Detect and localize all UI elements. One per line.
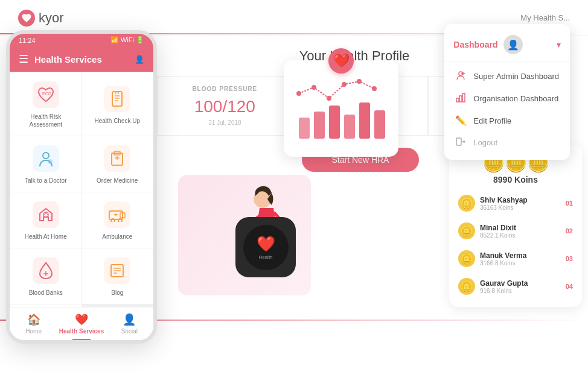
svg-point-7 — [43, 153, 49, 159]
koins-panel: 🪙🪙🪙 8990 Koins 🪙 Shiv Kashyap 36163 Koin… — [449, 145, 582, 307]
blog-label: Blog — [111, 289, 123, 297]
edit-profile-label: Edit Profile — [473, 116, 511, 125]
svg-rect-1 — [112, 92, 122, 106]
grid-item-ambulance[interactable]: Ambulance — [82, 192, 153, 248]
koins-name-1: Shiv Kashyap 36163 Koins — [480, 196, 561, 211]
svg-rect-43 — [359, 102, 370, 139]
koins-avatar-2: 🪙 — [458, 222, 475, 239]
social-nav-label: Social — [121, 328, 138, 335]
dropdown-item-org-dashboard[interactable]: Organisation Dashboard — [444, 87, 570, 110]
koins-rank-2: 02 — [566, 227, 573, 235]
koins-avatar-3: 🪙 — [458, 250, 475, 267]
grid-item-health-home[interactable]: Health At Home — [10, 192, 81, 248]
koins-rank-3: 03 — [566, 255, 573, 262]
svg-rect-39 — [299, 118, 310, 139]
svg-rect-48 — [456, 98, 459, 102]
health-risk-icon: ECG — [33, 81, 59, 108]
phone-header: ☰ Health Services 👤 — [10, 46, 153, 72]
koins-item-1: 🪙 Shiv Kashyap 36163 Koins 01 — [458, 192, 573, 215]
dropdown-item-super-admin[interactable]: Super Admin Dashboard — [444, 65, 570, 87]
home-nav-label: Home — [25, 328, 42, 335]
health-services-nav-icon: ❤️ — [75, 313, 88, 326]
svg-point-18 — [118, 219, 122, 222]
dropdown-item-edit-profile[interactable]: ✏️ Edit Profile — [444, 110, 570, 131]
chevron-down-icon: ▾ — [557, 40, 561, 49]
watch-card: ❤️ Health — [235, 217, 296, 277]
koins-avatar-4: 🪙 — [458, 278, 475, 295]
phone-status-bar: 11:24 📶 WiFi 🔋 — [10, 34, 153, 46]
phone-header-title: Health Services — [34, 54, 102, 65]
svg-point-33 — [296, 91, 301, 96]
logout-label: Logout — [473, 138, 497, 147]
koins-leaderboard: 🪙 Shiv Kashyap 36163 Koins 01 🪙 Minal Di… — [458, 192, 573, 298]
svg-rect-40 — [314, 112, 325, 139]
dropdown-item-logout[interactable]: Logout — [444, 131, 570, 154]
svg-point-38 — [372, 86, 377, 91]
chart-overlay: ❤️ — [284, 60, 398, 157]
koins-item-4: 🪙 Gaurav Gupta 916.8 Koins 04 — [458, 275, 573, 298]
dropdown-header[interactable]: Dashboard 👤 ▾ — [444, 30, 570, 62]
my-health-label: My Health S... — [520, 13, 570, 22]
bp-label: BLOOD PRESSURE — [170, 86, 280, 92]
watch-heart-icon: ❤️ — [257, 235, 275, 253]
logo-icon — [18, 10, 35, 27]
koins-item-3: 🪙 Manuk Verma 3166.8 Koins 03 — [458, 247, 573, 270]
svg-rect-49 — [459, 96, 462, 102]
koins-item-2: 🪙 Minal Dixit 8522.1 Koins 02 — [458, 219, 573, 242]
svg-rect-41 — [329, 106, 340, 139]
svg-text:+: + — [49, 160, 51, 164]
health-services-nav-label: Health Services — [59, 328, 104, 335]
dropdown-avatar: 👤 — [503, 35, 523, 54]
phone-status-icons: 📶 WiFi 🔋 — [110, 36, 144, 44]
svg-rect-44 — [374, 110, 385, 139]
ambulance-label: Ambulance — [102, 233, 132, 241]
svg-point-17 — [111, 219, 115, 222]
health-risk-label: Health RiskAssessment — [30, 113, 62, 128]
nav-right: My Health S... — [520, 13, 570, 22]
ambulance-icon — [104, 201, 130, 228]
koins-avatar-1: 🪙 — [458, 195, 475, 212]
koins-name-2: Minal Dixit 8522.1 Koins — [480, 224, 561, 239]
order-medicine-label: Order Medicine — [97, 177, 138, 184]
koins-amount: 8990 Koins — [493, 175, 538, 184]
dashboard-dropdown: Dashboard 👤 ▾ Super Admin Dashboard Orga… — [444, 24, 570, 160]
watch-label: Health — [258, 254, 272, 260]
bar-chart-svg — [293, 75, 389, 142]
stat-blood-pressure: BLOOD PRESSURE 100/120 31 Jul, 2018 — [157, 76, 293, 136]
health-home-icon — [33, 201, 59, 228]
order-medicine-icon — [104, 145, 130, 172]
grid-item-health-risk[interactable]: ECG Health RiskAssessment — [10, 72, 81, 136]
health-home-label: Health At Home — [25, 233, 67, 241]
phone-service-grid: ECG Health RiskAssessment Health Check U… — [10, 72, 153, 344]
grid-item-health-check[interactable]: Health Check Up — [82, 72, 153, 136]
svg-text:ECG: ECG — [42, 92, 51, 96]
svg-point-36 — [342, 82, 347, 87]
grid-item-blood-banks[interactable]: Blood Banks — [10, 248, 81, 304]
nav-item-home[interactable]: 🏠 Home — [10, 307, 57, 340]
svg-point-35 — [327, 96, 331, 101]
talk-doctor-label: Talk to a Doctor — [25, 177, 66, 184]
chart-heart-icon: ❤️ — [328, 48, 354, 74]
org-dashboard-icon — [455, 93, 466, 104]
health-check-label: Health Check Up — [94, 117, 140, 125]
logo: kyor — [18, 10, 64, 27]
svg-rect-51 — [456, 138, 461, 145]
grid-item-blog[interactable]: Blog — [82, 248, 153, 304]
svg-rect-42 — [344, 115, 355, 139]
hamburger-icon[interactable]: ☰ — [19, 52, 28, 66]
nav-item-social[interactable]: 👤 Social — [106, 307, 153, 340]
grid-item-order-medicine[interactable]: Order Medicine — [82, 136, 153, 192]
logout-icon — [455, 137, 466, 148]
phone-user-avatar: 👤 — [135, 55, 144, 64]
blood-banks-label: Blood Banks — [29, 289, 63, 297]
talk-doctor-icon: + — [33, 145, 59, 172]
bp-value: 100/120 — [170, 97, 280, 116]
phone-mockup: 11:24 📶 WiFi 🔋 ☰ Health Services 👤 ECG H… — [6, 30, 157, 344]
super-admin-icon — [455, 71, 466, 82]
nav-item-health-services[interactable]: ❤️ Health Services — [57, 307, 105, 340]
grid-item-talk-doctor[interactable]: + Talk to a Doctor — [10, 136, 81, 192]
svg-point-34 — [312, 85, 316, 90]
watch-face: ❤️ Health — [243, 225, 289, 270]
edit-profile-icon: ✏️ — [455, 115, 466, 126]
blog-icon — [104, 257, 130, 284]
